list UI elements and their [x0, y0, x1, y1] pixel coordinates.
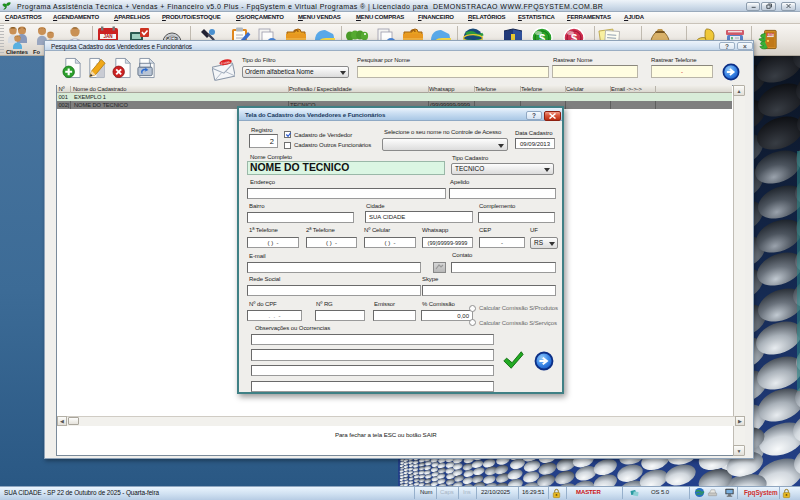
svg-text:JAN: JAN	[103, 34, 113, 39]
svg-text:EXIT: EXIT	[767, 33, 774, 37]
